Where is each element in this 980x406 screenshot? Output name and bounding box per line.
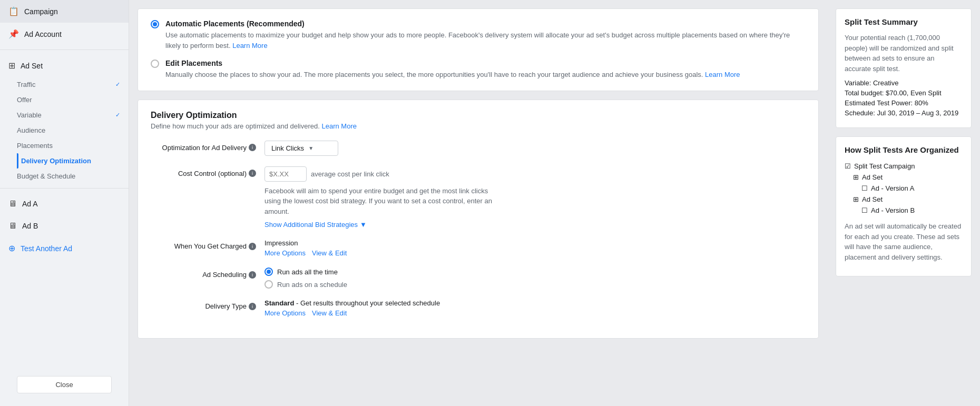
delivery-type-label: Delivery Type i	[151, 299, 256, 310]
tree-adset-b: ⊞ Ad Set	[845, 194, 963, 205]
delivery-type-control: Standard - Get results throughout your s…	[264, 299, 806, 317]
run-all-time-radio[interactable]	[264, 268, 273, 276]
sidebar-item-adaccount[interactable]: 📌 Ad Account	[0, 23, 129, 45]
edit-placement-content: Edit Placements Manually choose the plac…	[165, 59, 740, 80]
sidebar-sub-budget[interactable]: Budget & Schedule	[17, 169, 129, 184]
sidebar-test-another-label: Test Another Ad	[21, 244, 72, 253]
adset-b-icon: ⊞	[853, 195, 859, 203]
edit-placement-radio[interactable]	[151, 60, 159, 68]
version-b-icon: ☐	[861, 206, 868, 214]
how-split-note: An ad set will automatically be created …	[845, 221, 963, 262]
charge-value: Impression	[264, 239, 806, 247]
adset-icon: ⊞	[8, 61, 15, 71]
delivery-card: Delivery Optimization Define how much yo…	[138, 100, 819, 339]
sidebar-item-campaign[interactable]: 📋 Campaign	[0, 0, 129, 23]
charge-control: Impression More Options View & Edit	[264, 239, 806, 257]
tree-split-campaign: ☑ Split Test Campaign	[845, 161, 963, 172]
sidebar-sub-offer[interactable]: Offer	[17, 92, 129, 107]
tree-adset-a: ⊞ Ad Set	[845, 172, 963, 183]
sidebar-adaccount-label: Ad Account	[24, 30, 62, 38]
delivery-learn-more[interactable]: Learn More	[321, 122, 356, 130]
scheduling-control: Run ads all the time Run ads on a schedu…	[264, 268, 806, 289]
opt-delivery-row: Optimization for Ad Delivery i Link Clic…	[151, 141, 806, 156]
auto-placement-title: Automatic Placements (Recommended)	[165, 19, 806, 28]
show-bid-link[interactable]: Show Additional Bid Strategies ▼	[264, 221, 367, 229]
scheduling-info-icon[interactable]: i	[249, 271, 256, 279]
split-schedule: Schedule: Jul 30, 2019 – Aug 3, 2019	[845, 109, 963, 117]
sub-traffic-label: Traffic	[17, 81, 35, 88]
auto-placement-radio[interactable]	[151, 20, 159, 28]
auto-placement-desc: Use automatic placements to maximize you…	[165, 30, 806, 51]
sub-placements-label: Placements	[17, 142, 53, 150]
main-content: Automatic Placements (Recommended) Use a…	[129, 0, 827, 406]
split-test-card: Split Test Summary Your potential reach …	[836, 8, 972, 128]
sidebar-sub-traffic[interactable]: Traffic ✓	[17, 77, 129, 92]
sidebar-close-area: Close	[0, 363, 129, 406]
placements-card: Automatic Placements (Recommended) Use a…	[138, 8, 819, 91]
cost-input-row: average cost per link click	[264, 166, 806, 182]
cost-control-control: average cost per link click Facebook wil…	[264, 166, 806, 229]
sidebar-sub-variable[interactable]: Variable ✓	[17, 107, 129, 123]
cost-input-field[interactable]	[264, 166, 307, 182]
edit-placement-option: Edit Placements Manually choose the plac…	[151, 59, 806, 80]
sidebar-item-adset[interactable]: ⊞ Ad Set	[0, 54, 129, 77]
split-test-desc: Your potential reach (1,700,000 people) …	[845, 33, 963, 74]
delivery-subtitle: Define how much your ads are optimized a…	[151, 122, 806, 130]
sub-delivery-label: Delivery Optimization	[21, 157, 91, 165]
charge-info-icon[interactable]: i	[249, 243, 256, 250]
tree-version-a: ☐ Ad - Version A	[845, 183, 963, 194]
link-clicks-dropdown[interactable]: Link Clicks ▼	[264, 141, 338, 156]
delivery-type-info-icon[interactable]: i	[249, 303, 256, 310]
opt-delivery-control: Link Clicks ▼	[264, 141, 806, 156]
charge-links: More Options View & Edit	[264, 249, 806, 257]
campaign-icon: 📋	[8, 6, 19, 16]
edit-placement-title: Edit Placements	[165, 59, 740, 67]
scheduling-label: Ad Scheduling i	[151, 268, 256, 279]
charge-row: When You Get Charged i Impression More O…	[151, 239, 806, 257]
dropdown-arrow-icon: ▼	[308, 145, 313, 151]
auto-learn-more-link[interactable]: Learn More	[232, 42, 267, 49]
sidebar-item-test-another[interactable]: ⊕ Test Another Ad	[0, 237, 129, 260]
bid-arrow-icon: ▼	[360, 221, 367, 229]
run-schedule-radio[interactable]	[264, 280, 273, 289]
sidebar-sub-delivery[interactable]: Delivery Optimization	[17, 153, 129, 169]
sidebar-adset-label: Ad Set	[21, 62, 43, 70]
sidebar-spacer	[0, 260, 129, 363]
delivery-type-row: Delivery Type i Standard - Get results t…	[151, 299, 806, 317]
run-all-time-item[interactable]: Run ads all the time	[264, 268, 806, 276]
delivery-type-more-options[interactable]: More Options	[264, 309, 306, 317]
sidebar-sub-audience[interactable]: Audience	[17, 123, 129, 138]
traffic-check-icon: ✓	[115, 81, 120, 88]
split-power: Estimated Test Power: 80%	[845, 99, 963, 107]
opt-delivery-label: Optimization for Ad Delivery i	[151, 141, 256, 152]
split-test-title: Split Test Summary	[845, 17, 963, 26]
sidebar-adb-label: Ad B	[22, 222, 38, 230]
edit-learn-more-link[interactable]: Learn More	[705, 71, 740, 78]
sub-variable-label: Variable	[17, 111, 42, 119]
sidebar-sub-placements[interactable]: Placements	[17, 138, 129, 153]
charge-more-options[interactable]: More Options	[264, 249, 306, 257]
delivery-type-value: Standard - Get results throughout your s…	[264, 299, 806, 307]
run-schedule-item[interactable]: Run ads on a schedule	[264, 280, 806, 289]
sidebar-divider-1	[0, 49, 129, 50]
cost-control-row: Cost Control (optional) i average cost p…	[151, 166, 806, 229]
auto-placement-option: Automatic Placements (Recommended) Use a…	[151, 19, 806, 51]
close-button[interactable]: Close	[17, 376, 112, 393]
sub-audience-label: Audience	[17, 126, 45, 134]
sidebar-item-ada[interactable]: 🖥 Ad A	[0, 193, 129, 215]
cost-control-info-icon[interactable]: i	[249, 170, 256, 177]
cost-suffix-text: average cost per link click	[311, 170, 389, 178]
adb-icon: 🖥	[8, 221, 17, 231]
sub-budget-label: Budget & Schedule	[17, 172, 75, 180]
cost-control-label: Cost Control (optional) i	[151, 166, 256, 177]
sidebar: 📋 Campaign 📌 Ad Account ⊞ Ad Set Traffic…	[0, 0, 129, 406]
opt-delivery-info-icon[interactable]: i	[249, 144, 256, 151]
charge-view-edit[interactable]: View & Edit	[312, 249, 347, 257]
delivery-type-view-edit[interactable]: View & Edit	[312, 309, 347, 317]
delivery-title: Delivery Optimization	[151, 111, 806, 120]
how-split-title: How Split Tests Are Organized	[845, 145, 963, 154]
scheduling-row: Ad Scheduling i Run ads all the time Run…	[151, 268, 806, 289]
sidebar-item-adb[interactable]: 🖥 Ad B	[0, 215, 129, 237]
split-campaign-label: Split Test Campaign	[854, 162, 915, 170]
how-split-card: How Split Tests Are Organized ☑ Split Te…	[836, 136, 972, 276]
